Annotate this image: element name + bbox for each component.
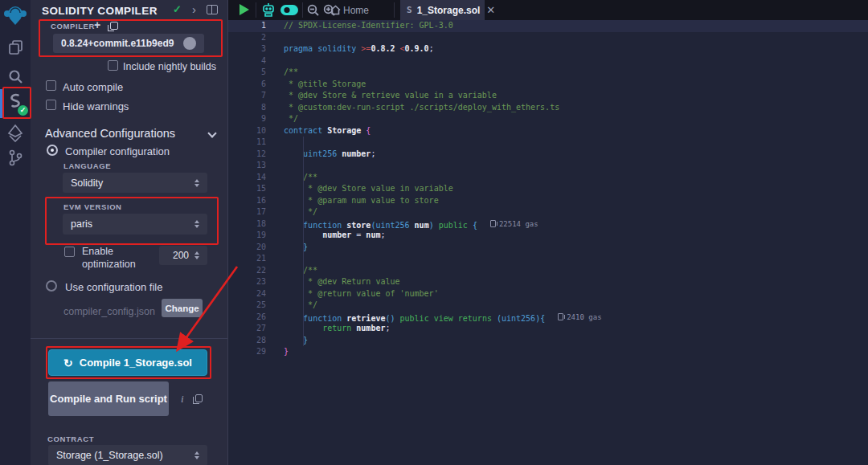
- enable-optimization-checkbox[interactable]: [64, 247, 75, 257]
- compile-button[interactable]: ↻ Compile 1_Storage.sol: [48, 349, 207, 376]
- code-editor[interactable]: 1// SPDX-License-Identifier: GPL-3.023pr…: [228, 20, 868, 465]
- config-file-name: compiler_config.json: [63, 306, 155, 317]
- code-area: 1// SPDX-License-Identifier: GPL-3.023pr…: [228, 20, 868, 358]
- code-line[interactable]: 5/**: [228, 67, 868, 79]
- line-number: 11: [228, 137, 266, 149]
- chevron-right-icon[interactable]: ›: [192, 2, 196, 16]
- nightly-builds-checkbox[interactable]: [108, 60, 118, 71]
- line-number: 16: [228, 195, 266, 207]
- nightly-builds-label: Include nightly builds: [123, 61, 216, 72]
- use-configuration-file-radio[interactable]: [46, 280, 57, 292]
- code-line[interactable]: 14 /**: [228, 172, 868, 184]
- home-tab-label[interactable]: Home: [343, 5, 369, 16]
- code-line[interactable]: 7 * @dev Store & retrieve value in a var…: [228, 90, 868, 102]
- git-branch-icon[interactable]: [0, 149, 31, 166]
- evm-version-select[interactable]: paris: [63, 214, 207, 235]
- code-line[interactable]: 12 uint256 number;: [228, 149, 868, 161]
- code-line[interactable]: 20 }: [228, 242, 868, 254]
- code-line[interactable]: 25 */: [228, 300, 868, 312]
- contract-value: Storage (1_Storage.sol): [56, 450, 194, 461]
- open-compiler-file-icon[interactable]: [110, 22, 118, 30]
- compile-and-run-button[interactable]: Compile and Run script: [48, 381, 169, 416]
- code-line[interactable]: 6 * @title Storage: [228, 79, 868, 91]
- language-value: Solidity: [71, 177, 194, 189]
- stepper-icon: [194, 220, 199, 228]
- close-tab-icon[interactable]: ✕: [486, 4, 495, 16]
- advanced-configurations-title[interactable]: Advanced Configurations: [45, 127, 175, 140]
- code-line[interactable]: 15 * @dev Store value in variable: [228, 183, 868, 195]
- compiler-version-select[interactable]: 0.8.24+commit.e11b9ed9: [53, 34, 204, 53]
- line-number: 25: [228, 300, 266, 312]
- compiler-section-label: COMPILER: [51, 22, 95, 31]
- auto-compile-checkbox[interactable]: [46, 80, 56, 91]
- copy-icon[interactable]: [195, 394, 203, 402]
- line-number: 6: [228, 79, 266, 91]
- code-line[interactable]: 18 function store(uint256 num) public {2…: [228, 218, 868, 230]
- compiler-configuration-radio[interactable]: [47, 145, 58, 156]
- line-number: 21: [228, 253, 266, 265]
- remix-ide-window: ✓ SOLIDITY COMPILER ✓ › COMPILER + 0.8.2…: [0, 0, 868, 465]
- evm-version-value: paris: [71, 218, 194, 230]
- language-label: LANGUAGE: [63, 161, 111, 170]
- code-line[interactable]: 3pragma solidity >=0.8.2 <0.9.0;: [228, 43, 868, 55]
- tab-1-storage-sol[interactable]: S 1_Storage.sol ✕: [400, 0, 485, 20]
- optimization-runs-input[interactable]: 200: [159, 246, 207, 265]
- code-line[interactable]: 17 */: [228, 206, 868, 218]
- toggle-icon[interactable]: [280, 4, 299, 19]
- code-line[interactable]: 10contract Storage {: [228, 125, 868, 137]
- home-icon[interactable]: [330, 4, 342, 19]
- ai-assistant-icon[interactable]: [260, 2, 276, 21]
- hide-warnings-checkbox[interactable]: [46, 100, 56, 110]
- chevron-down-icon[interactable]: [207, 128, 216, 137]
- code-line[interactable]: 26 function retrieve() public view retur…: [228, 312, 868, 324]
- deploy-run-icon[interactable]: [0, 124, 31, 142]
- file-explorer-icon[interactable]: [0, 39, 31, 55]
- contract-select[interactable]: Storage (1_Storage.sol): [48, 445, 207, 465]
- code-line[interactable]: 4: [228, 55, 868, 67]
- code-line[interactable]: 19 number = num;: [228, 230, 868, 242]
- code-line[interactable]: 9 */: [228, 113, 868, 125]
- search-icon[interactable]: [0, 69, 31, 84]
- stepper-icon: [194, 179, 199, 187]
- line-number: 3: [228, 43, 266, 55]
- add-compiler-icon[interactable]: +: [94, 18, 100, 31]
- code-line[interactable]: 29}: [228, 346, 868, 358]
- line-number: 17: [228, 206, 266, 218]
- code-line[interactable]: 27 return number;: [228, 323, 868, 335]
- auto-compile-label: Auto compile: [63, 81, 123, 93]
- line-number: 20: [228, 242, 266, 254]
- line-number: 18: [228, 218, 266, 230]
- line-number: 15: [228, 183, 266, 195]
- code-line[interactable]: 21: [228, 253, 868, 265]
- line-number: 9: [228, 113, 266, 125]
- code-line[interactable]: 28 }: [228, 335, 868, 347]
- change-config-button[interactable]: Change: [162, 299, 203, 317]
- tab-label: 1_Storage.sol: [417, 5, 481, 16]
- line-number: 27: [228, 323, 266, 335]
- code-line[interactable]: 1// SPDX-License-Identifier: GPL-3.0: [228, 20, 868, 32]
- code-line[interactable]: 13: [228, 160, 868, 172]
- code-line[interactable]: 22 /**: [228, 265, 868, 277]
- run-script-icon[interactable]: [240, 4, 249, 15]
- remix-logo-icon[interactable]: [0, 2, 31, 28]
- fuel-pump-icon: [490, 220, 496, 227]
- language-select[interactable]: Solidity: [63, 173, 207, 193]
- code-line[interactable]: 23 * @dev Return value: [228, 276, 868, 288]
- evm-version-label: EVM VERSION: [63, 202, 122, 211]
- pin-panel-icon[interactable]: [207, 5, 218, 14]
- code-line[interactable]: 2: [228, 32, 868, 44]
- code-line[interactable]: 24 * @return value of 'number': [228, 288, 868, 300]
- zoom-out-icon[interactable]: [307, 4, 320, 20]
- divider: [31, 338, 227, 339]
- code-line[interactable]: 8 * @custom:dev-run-script ./scripts/dep…: [228, 102, 868, 114]
- code-line[interactable]: 16 * @param num value to store: [228, 195, 868, 207]
- use-configuration-file-label: Use configuration file: [65, 281, 162, 293]
- line-number: 5: [228, 67, 266, 79]
- hide-warnings-label: Hide warnings: [63, 100, 129, 112]
- indent-guide: [303, 137, 304, 346]
- stepper-icon: [194, 451, 199, 459]
- info-icon[interactable]: i: [181, 393, 184, 406]
- solidity-file-icon: S: [407, 5, 412, 15]
- code-line[interactable]: 11: [228, 137, 868, 149]
- compile-success-badge: ✓: [18, 105, 28, 116]
